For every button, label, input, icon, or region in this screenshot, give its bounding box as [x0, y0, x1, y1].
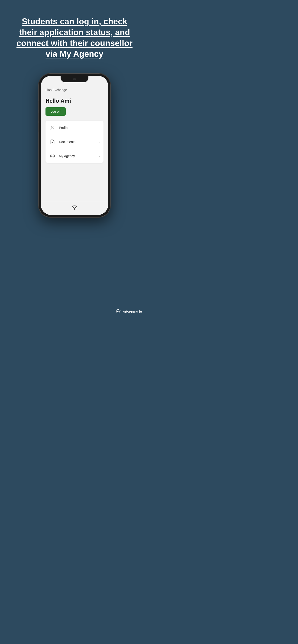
log-off-button[interactable]: Log off: [46, 107, 66, 116]
menu-item-profile[interactable]: Profile ›: [46, 121, 104, 135]
greeting-text: Hello Ami: [46, 98, 104, 104]
phone-content: Lion Exchange Hello Ami Log off: [41, 76, 108, 215]
phone-mockup: Lion Exchange Hello Ami Log off: [39, 74, 111, 217]
menu-label-profile: Profile: [59, 126, 95, 130]
profile-icon: [49, 124, 56, 131]
menu-item-my-agency[interactable]: My Agency ›: [46, 149, 104, 163]
chevron-right-icon-agency: ›: [99, 154, 100, 158]
app-title: Lion Exchange: [46, 88, 67, 92]
camera-dot: [73, 78, 76, 80]
footer-brand-name: Adventus.io: [123, 310, 142, 314]
agency-icon: [49, 153, 56, 159]
menu-label-agency: My Agency: [59, 154, 95, 158]
app-header: Lion Exchange: [41, 84, 108, 94]
phone-frame: Lion Exchange Hello Ami Log off: [39, 74, 111, 217]
app-main: Hello Ami Log off Profi: [41, 94, 108, 201]
graduation-cap-icon[interactable]: [72, 205, 77, 212]
phone-notch: [61, 76, 88, 82]
footer: Adventus.io: [0, 304, 149, 322]
footer-brand: Adventus.io: [116, 309, 142, 315]
bottom-tab-bar: [41, 201, 108, 215]
headline-section: Students can log in, check their applica…: [0, 0, 149, 69]
chevron-right-icon-docs: ›: [99, 140, 100, 144]
headline-text: Students can log in, check their applica…: [14, 16, 135, 60]
menu-item-documents[interactable]: Documents ›: [46, 135, 104, 149]
menu-label-documents: Documents: [59, 140, 95, 144]
phone-screen: Lion Exchange Hello Ami Log off: [41, 76, 108, 215]
menu-list: Profile ›: [46, 121, 104, 163]
footer-graduation-icon: [116, 309, 121, 315]
documents-icon: [49, 139, 56, 145]
chevron-right-icon: ›: [99, 126, 100, 130]
svg-point-0: [52, 126, 53, 128]
